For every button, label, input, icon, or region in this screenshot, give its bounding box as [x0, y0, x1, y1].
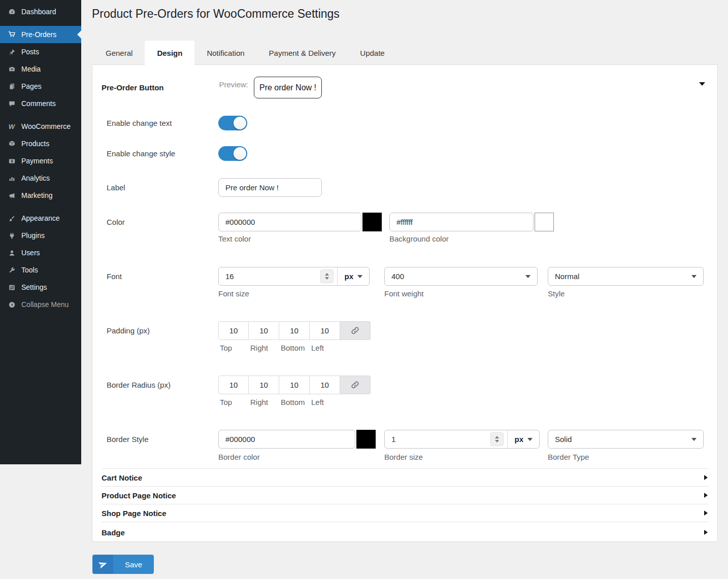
padding-top-input[interactable]: [218, 321, 249, 340]
accordion-label: Product Page Notice: [102, 491, 176, 500]
sidebar-item-pre-orders[interactable]: Pre-Orders: [0, 26, 81, 43]
sidebar-item-label: Products: [21, 140, 49, 148]
text-color-caption: Text color: [218, 234, 251, 243]
sidebar-item-users[interactable]: Users: [0, 244, 81, 261]
sidebar-item-dashboard[interactable]: Dashboard: [0, 3, 81, 20]
sidebar-item-label: Comments: [21, 99, 56, 108]
font-style-value: Normal: [555, 272, 579, 281]
sidebar-item-label: WooCommerce: [21, 122, 71, 130]
link-icon: [351, 381, 359, 389]
radius-link-values-button[interactable]: [340, 376, 371, 394]
padding-top-caption: Top: [220, 344, 232, 352]
save-button-label: Save: [113, 555, 154, 574]
padding-link-values-button[interactable]: [340, 321, 371, 340]
tab-update[interactable]: Update: [348, 41, 396, 65]
accordion-label: Cart Notice: [102, 473, 142, 482]
radius-left-input[interactable]: [310, 376, 340, 394]
sidebar-item-payments[interactable]: $ Payments: [0, 152, 81, 169]
accordion-cart-notice[interactable]: Cart Notice: [102, 468, 709, 486]
product-box-icon: [7, 139, 17, 149]
sidebar-item-pages[interactable]: Pages: [0, 78, 81, 95]
pre-order-button-preview[interactable]: Pre order Now !: [254, 77, 322, 98]
sidebar-item-plugins[interactable]: Plugins: [0, 227, 81, 244]
sidebar-item-appearance[interactable]: Appearance: [0, 210, 81, 227]
accordion-product-page-notice[interactable]: Product Page Notice: [102, 486, 709, 504]
radius-left-caption: Left: [311, 398, 324, 406]
border-type-select[interactable]: Solid: [548, 430, 704, 449]
border-type-value: Solid: [555, 435, 572, 444]
tab-general[interactable]: General: [93, 41, 145, 65]
accordion-shop-page-notice[interactable]: Shop Page Notice: [102, 504, 709, 522]
plug-icon: [7, 230, 17, 241]
sidebar-item-label: Posts: [21, 48, 39, 56]
chevron-right-icon: [704, 530, 708, 535]
border-size-stepper[interactable]: [490, 432, 504, 446]
sidebar-item-label: Tools: [21, 266, 38, 274]
sidebar-item-collapse-menu[interactable]: Collapse Menu: [0, 296, 81, 313]
sidebar-item-marketing[interactable]: Marketing: [0, 187, 81, 204]
sidebar-item-woocommerce[interactable]: W WooCommerce: [0, 118, 81, 135]
sidebar-item-label: Media: [21, 65, 41, 73]
sidebar-item-products[interactable]: Products: [0, 135, 81, 152]
cart-icon: [7, 29, 17, 40]
font-weight-value: 400: [391, 272, 404, 281]
sidebar-item-label: Marketing: [21, 191, 52, 199]
tab-payment-delivery[interactable]: Payment & Delivery: [257, 41, 348, 65]
padding-inputs: [218, 321, 371, 340]
border-color-swatch[interactable]: [356, 430, 376, 449]
paper-plane-icon: [92, 555, 113, 574]
background-color-input[interactable]: [389, 213, 534, 231]
text-color-input[interactable]: [218, 213, 361, 231]
label-row: Label: [107, 178, 703, 197]
font-size-input[interactable]: 16: [219, 272, 320, 281]
border-radius-row: Border Radius (px) Top Right Bottom Left: [107, 376, 703, 411]
save-button[interactable]: Save: [92, 555, 154, 574]
background-color-swatch[interactable]: [535, 213, 554, 231]
collapse-section-icon[interactable]: [699, 86, 705, 95]
padding-left-input[interactable]: [310, 321, 340, 340]
tab-notification[interactable]: Notification: [194, 41, 256, 65]
accordion-badge[interactable]: Badge: [102, 522, 709, 542]
sidebar-item-settings[interactable]: Settings: [0, 279, 81, 296]
tab-design[interactable]: Design: [145, 41, 194, 65]
font-weight-caption: Font weight: [384, 289, 424, 298]
border-size-input[interactable]: 1: [385, 435, 490, 444]
radius-top-input[interactable]: [218, 376, 249, 394]
label-field-label: Label: [107, 178, 125, 197]
radius-bottom-input[interactable]: [279, 376, 310, 394]
radius-right-input[interactable]: [249, 376, 279, 394]
border-color-input[interactable]: [218, 430, 355, 449]
sidebar-item-analytics[interactable]: Analytics: [0, 169, 81, 187]
enable-change-text-label: Enable change text: [107, 116, 172, 130]
text-color-swatch[interactable]: [362, 213, 382, 231]
font-row: Font 16 px Font size 400 Font weight Nor…: [107, 267, 703, 302]
radius-top-caption: Top: [220, 398, 232, 406]
border-size-unit-dropdown[interactable]: px: [508, 435, 539, 444]
megaphone-icon: [7, 190, 17, 200]
font-style-caption: Style: [548, 289, 565, 298]
sidebar-item-media[interactable]: Media: [0, 60, 81, 78]
sidebar-item-label: Users: [21, 249, 40, 257]
sidebar-item-tools[interactable]: Tools: [0, 261, 81, 279]
color-field-label: Color: [107, 213, 125, 231]
pushpin-icon: [7, 47, 17, 57]
font-style-select[interactable]: Normal: [548, 267, 704, 286]
enable-change-style-toggle[interactable]: [218, 146, 247, 161]
sidebar-item-label: Pages: [21, 82, 42, 90]
enable-change-style-label: Enable change style: [107, 146, 175, 161]
padding-bottom-input[interactable]: [279, 321, 310, 340]
radius-bottom-caption: Bottom: [281, 398, 305, 406]
chevron-down-icon: [691, 275, 697, 278]
font-size-unit-dropdown[interactable]: px: [338, 272, 369, 281]
sidebar-item-comments[interactable]: Comments: [0, 95, 81, 112]
border-size-unit: px: [514, 435, 523, 444]
padding-right-input[interactable]: [249, 321, 279, 340]
font-size-stepper[interactable]: [320, 269, 334, 283]
chevron-down-icon: [691, 438, 697, 441]
sidebar-item-posts[interactable]: Posts: [0, 43, 81, 60]
enable-change-text-toggle[interactable]: [218, 116, 247, 130]
chevron-down-icon: [525, 275, 531, 278]
font-weight-select[interactable]: 400: [384, 267, 538, 286]
button-label-input[interactable]: [218, 178, 322, 197]
padding-row: Padding (px) Top Right Bottom Left: [107, 321, 703, 357]
